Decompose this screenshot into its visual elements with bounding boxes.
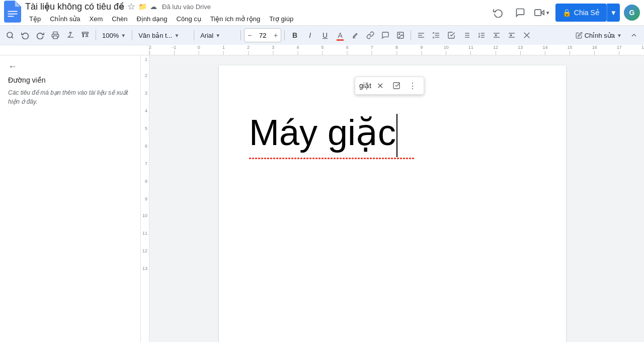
search-icon-button[interactable]	[3, 28, 17, 42]
decrease-indent-button[interactable]	[490, 28, 504, 42]
link-button[interactable]	[363, 28, 377, 42]
editing-mode-label: Chỉnh sửa	[585, 32, 615, 39]
app-icon[interactable]	[4, 1, 21, 25]
comment-add-button[interactable]	[378, 28, 392, 42]
editing-mode-arrow: ▼	[617, 33, 622, 38]
menu-item-chen[interactable]: Chèn	[108, 14, 131, 24]
svg-point-5	[7, 32, 13, 38]
spell-word: giặt	[359, 82, 371, 90]
font-arrow: ▼	[215, 33, 220, 38]
document-heading[interactable]: Máy giặc	[249, 111, 397, 157]
ruler-track: -2-10123456789101112131415161718	[149, 45, 644, 55]
ruler-mark-12: 12	[493, 45, 498, 55]
ruler-mark-1: 1	[222, 45, 225, 55]
menu-item-xem[interactable]: Xem	[86, 14, 107, 24]
sidebar-description: Các tiêu đề mà bạn thêm vào tài liệu sẽ …	[8, 88, 132, 106]
menu-bar: Tệp Chỉnh sửa Xem Chèn Định dạng Công cụ…	[25, 13, 485, 24]
document-area[interactable]: 1 2 3 4 5 6 7 8 9 10 11 12 13 giặt ✕	[141, 55, 644, 342]
menu-item-dinhDang[interactable]: Định dạng	[132, 14, 171, 24]
share-button[interactable]: 🔒 Chia Sẻ	[555, 4, 607, 22]
ruler-mark-16: 16	[592, 45, 597, 55]
history-icon-button[interactable]	[489, 4, 507, 22]
bullet-list-button[interactable]	[459, 28, 473, 42]
divider-3	[194, 30, 194, 40]
comment-icon-button[interactable]	[511, 4, 529, 22]
ruler-mark-3: 3	[272, 45, 274, 55]
svg-rect-4	[535, 10, 541, 16]
print-button[interactable]	[48, 28, 62, 42]
spell-more-button[interactable]: ⋮	[406, 79, 420, 93]
document-page[interactable]: giặt ✕ ⋮ Máy giặc	[219, 65, 566, 342]
svg-rect-1	[8, 14, 17, 15]
sidebar-back-button[interactable]: ←	[8, 61, 132, 72]
ruler-num-9: 9	[145, 196, 147, 201]
zoom-arrow: ▼	[121, 33, 126, 38]
doc-title[interactable]: Tài liệu không có tiêu đề	[25, 1, 124, 12]
italic-button[interactable]: I	[303, 28, 317, 42]
menu-item-tep[interactable]: Tệp	[25, 14, 45, 24]
highlight-button[interactable]	[348, 28, 362, 42]
redo-button[interactable]	[33, 28, 47, 42]
spell-accept-button[interactable]	[389, 79, 404, 93]
star-icon[interactable]: ☆	[127, 1, 135, 12]
text-cursor	[396, 114, 397, 157]
font-size-decrease-button[interactable]: −	[245, 28, 255, 42]
spell-underline	[249, 158, 415, 159]
divider-4	[240, 30, 241, 40]
svg-line-6	[12, 37, 13, 38]
ruler-num-10: 10	[142, 213, 147, 218]
font-size-area: − +	[244, 28, 281, 42]
font-select[interactable]: Arial ▼	[197, 28, 237, 42]
ruler-mark-5: 5	[321, 45, 324, 55]
menu-item-tienIch[interactable]: Tiện ích mở rộng	[206, 14, 264, 24]
font-size-input[interactable]	[255, 32, 271, 39]
toolbar: 100% ▼ Văn bản t... ▼ Arial ▼ − + B I U …	[0, 25, 644, 45]
svg-rect-2	[8, 16, 14, 17]
ruler-num-3: 3	[145, 91, 147, 96]
font-size-increase-button[interactable]: +	[271, 28, 281, 42]
collapse-toolbar-button[interactable]	[627, 28, 641, 42]
zoom-select[interactable]: 100% ▼	[99, 28, 129, 42]
ruler-num-7: 7	[145, 161, 147, 166]
ruler-mark-0: 0	[198, 45, 200, 55]
share-button-group: 🔒 Chia Sẻ ▼	[555, 4, 620, 22]
divider-6	[411, 30, 411, 40]
menu-item-troGiup[interactable]: Trợ giúp	[265, 14, 297, 24]
sidebar-title: Đường viền	[8, 76, 132, 84]
align-button[interactable]	[414, 28, 428, 42]
ruler-mark-7: 7	[371, 45, 373, 55]
ruler-mark-15: 15	[568, 45, 573, 55]
clear-formatting-button[interactable]	[520, 28, 534, 42]
avatar[interactable]: G	[624, 5, 640, 21]
numbered-list-button[interactable]	[474, 28, 489, 42]
titlebar: Tài liệu không có tiêu đề ☆ 📁 ☁ Đã lưu v…	[0, 0, 644, 25]
line-spacing-button[interactable]	[429, 28, 443, 42]
spell-close-button[interactable]: ✕	[373, 79, 387, 93]
menu-item-congCu[interactable]: Công cụ	[173, 14, 205, 24]
font-label: Arial	[200, 32, 213, 39]
document-text-area[interactable]: Máy giặc	[249, 111, 536, 157]
menu-item-chinhedit[interactable]: Chỉnh sửa	[46, 14, 84, 24]
doc-title-row: Tài liệu không có tiêu đề ☆ 📁 ☁ Đã lưu v…	[25, 1, 485, 12]
meeting-icon-button[interactable]: ▼	[533, 4, 551, 22]
bold-button[interactable]: B	[288, 28, 302, 42]
svg-rect-7	[53, 36, 57, 38]
ruler-num-12: 12	[142, 248, 147, 253]
move-icon[interactable]: 📁	[138, 3, 147, 11]
spellcheck-button[interactable]	[63, 28, 77, 42]
editing-mode-button[interactable]: Chỉnh sửa ▼	[572, 28, 626, 42]
style-select[interactable]: Văn bản t... ▼	[135, 28, 191, 42]
share-dropdown-button[interactable]: ▼	[607, 4, 620, 22]
divider-5	[284, 30, 285, 40]
increase-indent-button[interactable]	[505, 28, 519, 42]
ruler-num-1: 1	[145, 57, 147, 62]
undo-button[interactable]	[18, 28, 32, 42]
font-color-button[interactable]: A	[333, 28, 347, 42]
ruler-mark--2: -2	[149, 45, 151, 55]
ruler-num-2: 2	[145, 73, 147, 78]
paint-format-button[interactable]	[78, 28, 93, 42]
svg-point-9	[399, 34, 400, 35]
checklist-button[interactable]	[444, 28, 458, 42]
image-insert-button[interactable]	[393, 28, 408, 42]
underline-button[interactable]: U	[318, 28, 332, 42]
